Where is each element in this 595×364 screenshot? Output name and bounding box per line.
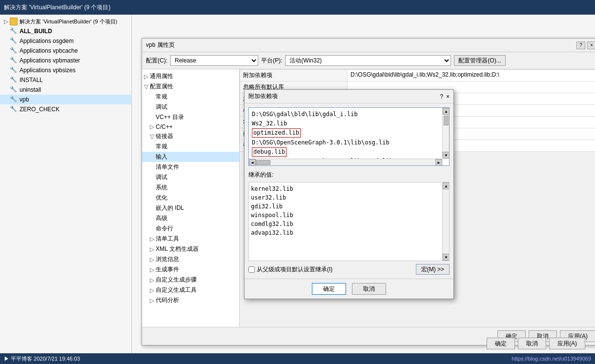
scroll-right-btn[interactable]: ► [435, 159, 442, 166]
props-dialog-title: vpb 属性页 [146, 41, 175, 49]
props-toolbar: 配置(C): Release 平台(P): 活动(Win32) 配置管理器(O)… [142, 52, 595, 69]
checkbox-row: 从父级或项目默认设置继承(I) 宏(M) >> [248, 264, 450, 275]
tree-item-custom-build[interactable]: ▷ 自定义生成步骤 [142, 275, 239, 285]
prop-name: 附加依赖项 [240, 70, 348, 81]
sidebar-item-vpbmaster[interactable]: 🔧 Applications vpbmaster [0, 56, 131, 65]
file-icon: 🔧 [10, 47, 18, 55]
config-select[interactable]: Release [170, 55, 258, 66]
tree-item-cpp[interactable]: ▷ C/C++ [142, 122, 239, 131]
inherited-line-4: winspool.lib [251, 211, 447, 220]
tree-item-linker[interactable]: ▽ 链接器 [142, 131, 239, 142]
chevron-icon: ▷ [150, 266, 156, 273]
horiz-scroll[interactable]: ◄ ► [249, 159, 442, 165]
tree-item-vc-dir[interactable]: VC++ 目录 [142, 112, 239, 122]
inherited-scroll-up[interactable]: ▲ [443, 182, 450, 189]
sidebar-item-vpbcache[interactable]: 🔧 Applications vpbcache [0, 46, 131, 56]
inherited-label: 继承的值: [248, 171, 450, 179]
ide-titlebar: 解决方案 'VirtualPlanetBuilder' (9 个项目) [0, 0, 595, 15]
props-tree: ▷ 通用属性 ▽ 配置属性 常规 调试 VC++ 目录 [142, 69, 240, 327]
additional-deps-dialog: 附加依赖项 ? × D:\OSG\gdal\bld\lib\gdal_i.lib… [244, 89, 454, 299]
tree-item-system[interactable]: 系统 [142, 182, 239, 193]
sidebar-label: INSTALL [20, 77, 43, 83]
overlay-cancel-button[interactable]: 取消 [352, 283, 386, 295]
sidebar-item-uninstall[interactable]: 🔧 uninstall [0, 85, 131, 95]
macro-expand-button[interactable]: 宏(M) >> [416, 264, 450, 275]
tree-item-browse[interactable]: ▷ 浏览信息 [142, 254, 239, 264]
tree-item-manifest[interactable]: 清单文件 [142, 162, 239, 172]
chevron-icon: ▷ [150, 287, 156, 294]
sidebar-label: Applications vpbsizes [20, 67, 76, 74]
tree-item-manifest-tool[interactable]: ▷ 清单工具 [142, 234, 239, 244]
scroll-track [443, 115, 449, 152]
tree-item-linker-common[interactable]: 常规 [142, 142, 239, 152]
tree-item-optimize[interactable]: 优化 [142, 193, 239, 203]
platform-select[interactable]: 活动(Win32) [285, 55, 451, 66]
platform-label: 平台(P): [261, 57, 282, 65]
help-button[interactable]: ? [576, 41, 585, 49]
ide-title: 解决方案 'VirtualPlanetBuilder' (9 个项目) [4, 3, 110, 12]
tree-item-cmdline[interactable]: 命令行 [142, 223, 239, 234]
sidebar-item-install[interactable]: 🔧 INSTALL [0, 75, 131, 85]
bottom-apply-button[interactable]: 应用(A) [549, 338, 585, 349]
tree-item-common[interactable]: 常规 [142, 92, 239, 102]
sidebar-item-vpbsizes[interactable]: 🔧 Applications vpbsizes [0, 65, 131, 75]
tree-item-custom-tool[interactable]: ▷ 自定义生成工具 [142, 285, 239, 295]
inherit-checkbox[interactable] [248, 266, 255, 273]
scroll-thumb[interactable] [444, 116, 449, 125]
props-dialog-titlebar: vpb 属性页 ? × [142, 39, 595, 52]
sidebar-label: Applications vpbcache [20, 47, 78, 54]
file-icon: 🔧 [10, 57, 18, 64]
inherited-line-6: advapi32.lib [251, 228, 447, 237]
tree-item-linker-input[interactable]: 输入 [142, 152, 239, 162]
sidebar-item-all-build[interactable]: 🔧 ALL_BUILD [0, 26, 131, 36]
inherited-scroll-down[interactable]: ▼ [443, 254, 450, 261]
tree-item-general[interactable]: ▷ 通用属性 [142, 71, 239, 81]
tree-item-build-events[interactable]: ▷ 生成事件 [142, 264, 239, 275]
tree-item-xml-doc[interactable]: ▷ XML 文档生成器 [142, 244, 239, 254]
chevron-icon: ▷ [150, 256, 156, 263]
chevron-icon: ▷ [144, 73, 150, 80]
tree-item-debug-gen[interactable]: 调试 [142, 102, 239, 112]
bottom-cancel-button[interactable]: 取消 [518, 338, 546, 349]
sidebar-item-zero-check[interactable]: 🔧 ZERO_CHECK [0, 104, 131, 114]
file-icon: 🔧 [10, 27, 18, 35]
config-label: 配置(C): [146, 57, 167, 65]
sidebar-label: ZERO_CHECK [20, 106, 60, 113]
bottom-ok-button[interactable]: 确定 [487, 338, 515, 349]
ide-sidebar: ▷ 解决方案 'VirtualPlanetBuilder' (9 个项目) 🔧 … [0, 15, 132, 364]
tree-item-debug-link[interactable]: 调试 [142, 172, 239, 182]
sidebar-label: uninstall [20, 86, 41, 93]
overlay-help-btn[interactable]: ? [440, 93, 443, 100]
overlay-ok-button[interactable]: 确定 [312, 283, 346, 295]
config-manager-button[interactable]: 配置管理器(O)... [454, 55, 505, 66]
scroll-left-btn[interactable]: ◄ [249, 159, 256, 166]
inherit-checkbox-label: 从父级或项目默认设置继承(I) [257, 265, 332, 274]
overlay-close-btn[interactable]: × [446, 93, 450, 100]
scroll-up-btn[interactable]: ▲ [443, 108, 450, 115]
tree-item-code-analysis[interactable]: ▷ 代码分析 [142, 295, 239, 305]
overlay-titlebar: 附加依赖项 ? × [245, 90, 453, 103]
chevron-icon: ▷ [150, 123, 156, 130]
tree-item-config[interactable]: ▽ 配置属性 [142, 81, 239, 92]
ide-window: 解决方案 'VirtualPlanetBuilder' (9 个项目) ▷ 解决… [0, 0, 595, 364]
tree-item-advanced[interactable]: 高级 [142, 213, 239, 223]
scroll-down-btn[interactable]: ▼ [443, 152, 450, 159]
horiz-thumb[interactable] [256, 160, 270, 165]
prop-row-additional-deps: 附加依赖项 D:\OSG\gdal\bld\lib\gdal_i.lib;Ws2… [240, 70, 595, 81]
chevron-icon: ▷ [4, 18, 9, 25]
titlebar-controls: ? × [576, 41, 595, 49]
tree-item-idl[interactable]: 嵌入的 IDL [142, 203, 239, 213]
dep-lines[interactable]: D:\OSG\gdal\bld\lib\gdal_i.lib Ws2_32.li… [249, 108, 442, 166]
sidebar-item-vpb[interactable]: 🔧 vpb [0, 95, 131, 104]
file-icon: 🔧 [10, 37, 18, 45]
close-button[interactable]: × [587, 41, 595, 49]
file-icon: 🔧 [10, 76, 18, 84]
chevron-icon: ▷ [150, 297, 156, 304]
folder-icon [10, 18, 18, 25]
dep-scrollbar[interactable]: ▲ ▼ [442, 108, 449, 159]
prop-value[interactable]: D:\OSG\gdal\bld\lib\gdal_i.lib;Ws2_32.li… [348, 70, 595, 81]
sidebar-item-solution[interactable]: ▷ 解决方案 'VirtualPlanetBuilder' (9 个项目) [0, 17, 131, 26]
inherited-scrollbar[interactable]: ▲ ▼ [442, 182, 449, 261]
chevron-icon: ▽ [144, 83, 150, 90]
sidebar-item-osgdem[interactable]: 🔧 Applications osgdem [0, 36, 131, 46]
